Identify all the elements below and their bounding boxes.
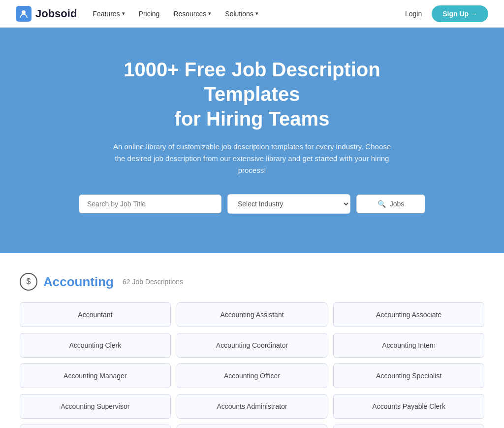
hero-heading: 1000+ Free Job Description Templates for… [85, 57, 419, 131]
logo[interactable]: Jobsoid [16, 6, 77, 22]
search-button[interactable]: 🔍 Jobs [356, 195, 425, 213]
accounting-icon: $ [20, 273, 37, 291]
search-bar: Select Industry Accounting Engineering M… [16, 194, 488, 214]
login-button[interactable]: Login [405, 10, 422, 18]
chevron-down-icon: ▾ [255, 10, 258, 17]
chevron-down-icon: ▾ [122, 10, 125, 17]
nav-links: Features ▾ Pricing Resources ▾ Solutions… [93, 10, 405, 18]
job-card[interactable]: Accounting Clerk [20, 333, 171, 358]
logo-icon [16, 6, 32, 22]
nav-pricing[interactable]: Pricing [139, 10, 160, 18]
job-card[interactable]: Accounting Coordinator [177, 333, 328, 358]
job-card[interactable]: Accounts Payable Clerk [333, 394, 484, 419]
section-title: Accounting [43, 274, 114, 290]
nav-features[interactable]: Features ▾ [93, 10, 125, 18]
job-card[interactable]: Accountant [20, 302, 171, 327]
section-count: 62 Job Descriptions [123, 278, 183, 286]
navbar: Jobsoid Features ▾ Pricing Resources ▾ S… [0, 0, 504, 28]
job-card[interactable]: Accounting Assistant [177, 302, 328, 327]
job-card[interactable]: Accounting Officer [177, 363, 328, 388]
accounting-section: $ Accounting 62 Job Descriptions Account… [20, 273, 484, 428]
job-card[interactable]: Accounts Receivable Clerk [333, 425, 484, 428]
nav-resources[interactable]: Resources ▾ [173, 10, 211, 18]
hero-section: 1000+ Free Job Description Templates for… [0, 28, 504, 253]
hero-subtext: An online library of customizable job de… [109, 141, 395, 176]
chevron-down-icon: ▾ [208, 10, 211, 17]
svg-point-0 [22, 10, 26, 14]
nav-solutions[interactable]: Solutions ▾ [225, 10, 258, 18]
main-content: $ Accounting 62 Job Descriptions Account… [0, 253, 504, 428]
section-header: $ Accounting 62 Job Descriptions [20, 273, 484, 291]
job-card[interactable]: Accounting Supervisor [20, 394, 171, 419]
nav-actions: Login Sign Up → [405, 5, 488, 22]
logo-text: Jobsoid [35, 7, 77, 20]
job-card[interactable]: Accounts Payable Manager [20, 425, 171, 428]
job-card[interactable]: Accounting Specialist [333, 363, 484, 388]
search-input[interactable] [79, 195, 221, 213]
signup-button[interactable]: Sign Up → [432, 5, 488, 22]
job-grid: AccountantAccounting AssistantAccounting… [20, 302, 484, 428]
search-icon: 🔍 [378, 200, 386, 208]
job-card[interactable]: Accounts Administrator [177, 394, 328, 419]
job-card[interactable]: Accounts Payable Specialist [177, 425, 328, 428]
industry-select[interactable]: Select Industry Accounting Engineering M… [227, 194, 350, 214]
job-card[interactable]: Accounting Intern [333, 333, 484, 358]
job-card[interactable]: Accounting Associate [333, 302, 484, 327]
job-card[interactable]: Accounting Manager [20, 363, 171, 388]
